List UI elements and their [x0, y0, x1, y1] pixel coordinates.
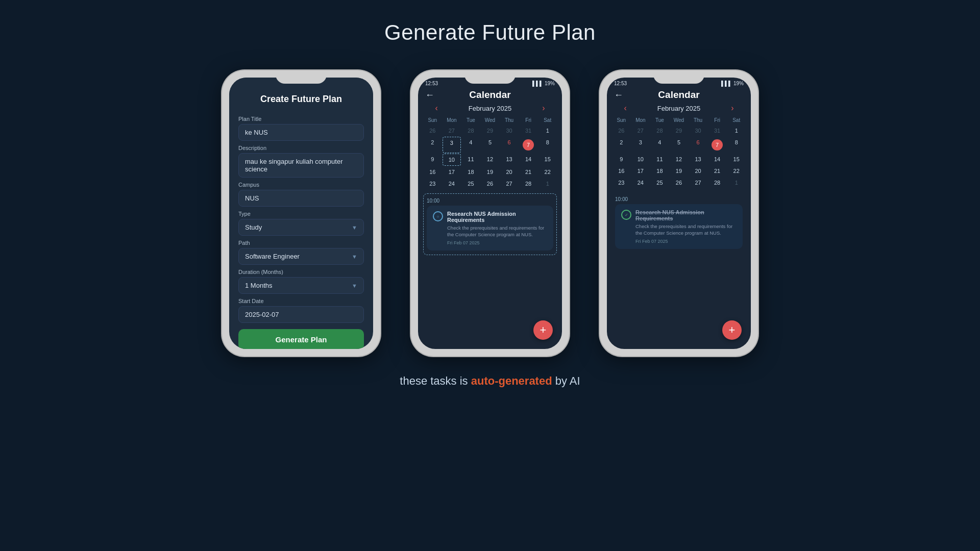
cal-day[interactable]: 12: [481, 154, 500, 166]
cal-day-3[interactable]: 11: [650, 154, 669, 165]
cal-day[interactable]: 15: [538, 154, 557, 166]
cal-day-3[interactable]: 27: [689, 177, 707, 188]
cal-day[interactable]: 19: [481, 166, 500, 178]
cal-day[interactable]: 16: [423, 166, 442, 178]
cal-day[interactable]: 1: [538, 125, 557, 136]
cal-day[interactable]: 27: [443, 125, 461, 136]
event-title-2: Research NUS Admission Requirements: [447, 211, 547, 223]
cal-day[interactable]: 4: [461, 137, 480, 153]
start-date-input[interactable]: 2025-02-07: [238, 306, 364, 323]
description-input[interactable]: mau ke singapur kuliah computer science: [238, 153, 364, 178]
cal-day[interactable]: 28: [461, 125, 480, 136]
cal-day[interactable]: 23: [423, 178, 442, 189]
start-date-group: Start Date 2025-02-07: [238, 298, 364, 323]
event-card-2[interactable]: ○ Research NUS Admission Requirements Ch…: [427, 206, 553, 251]
cal-day-3[interactable]: 12: [670, 154, 689, 165]
cal-day-3[interactable]: 28: [650, 125, 669, 136]
cal-day-3[interactable]: 25: [650, 177, 669, 188]
cal-day-3[interactable]: 20: [689, 165, 707, 177]
event-time-3: 10:00: [615, 196, 743, 202]
cal-day[interactable]: 17: [443, 166, 461, 178]
cal-day[interactable]: 31: [519, 125, 538, 136]
cal-day-6-3[interactable]: 6: [689, 137, 707, 153]
type-select[interactable]: Study ▼: [238, 219, 364, 236]
cal-day-3[interactable]: 10: [631, 154, 650, 165]
cal-day-3[interactable]: 15: [727, 154, 746, 165]
cal-day-3[interactable]: 1: [727, 177, 746, 188]
cal-day-3[interactable]: 3: [443, 137, 461, 153]
cal-day-3[interactable]: 19: [670, 165, 689, 177]
cal-day[interactable]: 1: [538, 178, 557, 189]
cal-day-3[interactable]: 31: [708, 125, 727, 136]
cal-day[interactable]: 20: [500, 166, 519, 178]
cal-day-3[interactable]: 26: [670, 177, 689, 188]
cal-day-3[interactable]: 21: [708, 165, 727, 177]
cal-day[interactable]: 18: [461, 166, 480, 178]
cal-day[interactable]: 21: [519, 166, 538, 178]
cal-prev-2[interactable]: ‹: [435, 104, 437, 113]
cal-day-3[interactable]: 5: [670, 137, 689, 153]
cal-day[interactable]: 26: [481, 178, 500, 189]
cal-day[interactable]: 25: [461, 178, 480, 189]
plan-title-input[interactable]: ke NUS: [238, 124, 364, 141]
cal-day-3[interactable]: 13: [689, 154, 707, 165]
cal-day-3[interactable]: 3: [631, 137, 650, 153]
cal-day[interactable]: 14: [519, 154, 538, 166]
cal-day[interactable]: 22: [538, 166, 557, 178]
cal-next-3[interactable]: ›: [731, 104, 733, 113]
type-group: Type Study ▼: [238, 211, 364, 236]
cal-day[interactable]: 26: [423, 125, 442, 136]
cal-day-6[interactable]: 6: [500, 137, 519, 153]
cal-day[interactable]: 13: [500, 154, 519, 166]
cal-day-3[interactable]: 27: [631, 125, 650, 136]
cal-day[interactable]: 11: [461, 154, 480, 166]
cal-day[interactable]: 30: [500, 125, 519, 136]
cal-day-3[interactable]: 28: [708, 177, 727, 188]
cal-day-3[interactable]: 30: [689, 125, 707, 136]
event-desc-3: Check the prerequisites and requirements…: [635, 223, 737, 237]
generate-plan-button[interactable]: Generate Plan: [238, 329, 364, 349]
cal-header-3: ← Calendar: [607, 87, 751, 104]
cal-day-today-3[interactable]: 7: [708, 137, 727, 153]
cal-day-3[interactable]: 16: [612, 165, 631, 177]
cal-month-nav-3: ‹ February 2025 ›: [612, 104, 746, 113]
day-header-fri-3: Fri: [708, 116, 727, 124]
cal-day-3[interactable]: 29: [670, 125, 689, 136]
cal-back-btn-3[interactable]: ←: [614, 90, 623, 101]
cal-day-3[interactable]: 23: [612, 177, 631, 188]
cal-next-2[interactable]: ›: [542, 104, 545, 113]
day-header-wed: Wed: [481, 116, 500, 124]
cal-day[interactable]: 2: [423, 137, 442, 153]
cal-day[interactable]: 9: [423, 154, 442, 166]
event-card-3[interactable]: ✓ Research NUS Admission Requirements Ch…: [615, 204, 743, 249]
cal-grid-3: Sun Mon Tue Wed Thu Fri Sat 26 27 28 29 …: [612, 116, 746, 188]
cal-day-3[interactable]: 4: [650, 137, 669, 153]
cal-month-nav-2: ‹ February 2025 ›: [423, 104, 557, 113]
cal-day-3[interactable]: 1: [727, 125, 746, 136]
cal-day[interactable]: 8: [538, 137, 557, 153]
cal-day-3[interactable]: 2: [612, 137, 631, 153]
cal-day[interactable]: 29: [481, 125, 500, 136]
cal-day-3[interactable]: 18: [650, 165, 669, 177]
fab-3[interactable]: +: [722, 320, 742, 340]
cal-day[interactable]: 24: [443, 178, 461, 189]
cal-back-btn-2[interactable]: ←: [425, 90, 434, 101]
path-select[interactable]: Software Engineer ▼: [238, 248, 364, 265]
fab-2[interactable]: +: [533, 320, 553, 340]
campus-input[interactable]: NUS: [238, 190, 364, 207]
cal-day[interactable]: 28: [519, 178, 538, 189]
duration-select[interactable]: 1 Months ▼: [238, 277, 364, 294]
cal-day-today[interactable]: 7: [519, 137, 538, 153]
cal-day[interactable]: 27: [500, 178, 519, 189]
cal-day-3[interactable]: 9: [612, 154, 631, 165]
cal-day-3[interactable]: 8: [727, 137, 746, 153]
type-select-arrow: ▼: [352, 224, 357, 231]
cal-day-10[interactable]: 10: [443, 154, 461, 166]
cal-day-3[interactable]: 22: [727, 165, 746, 177]
cal-day-3[interactable]: 24: [631, 177, 650, 188]
cal-day-3[interactable]: 26: [612, 125, 631, 136]
cal-day-3[interactable]: 17: [631, 165, 650, 177]
cal-day-3[interactable]: 14: [708, 154, 727, 165]
cal-day[interactable]: 5: [481, 137, 500, 153]
cal-prev-3[interactable]: ‹: [624, 104, 626, 113]
